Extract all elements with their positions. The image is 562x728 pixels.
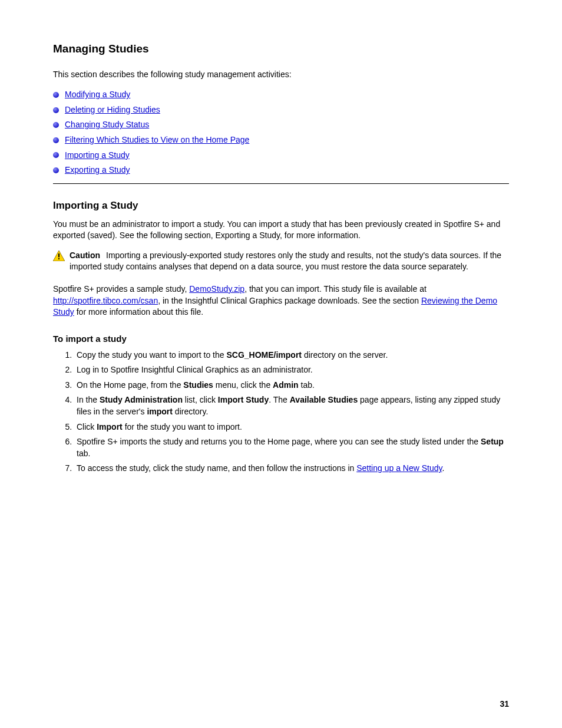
caution-block: Caution Importing a previously-exported … xyxy=(53,250,509,273)
page: Managing Studies This section describes … xyxy=(0,0,562,728)
step3-bold: Studies xyxy=(183,380,213,390)
p2-after: for more information about this file. xyxy=(74,307,203,317)
page-number: 31 xyxy=(500,699,509,710)
step6-pre: Spotfire S+ imports the study and return… xyxy=(77,437,481,446)
step3-after: tab. xyxy=(299,380,315,390)
step7-pre: To access the study, click the study nam… xyxy=(77,463,356,473)
step-5: Click Import for the study you want to i… xyxy=(74,421,509,433)
svg-rect-7 xyxy=(58,253,59,258)
caution-label: Caution xyxy=(70,251,100,260)
intro-text: This section describes the following stu… xyxy=(53,69,509,81)
link-deleting-hiding[interactable]: Deleting or Hiding Studies xyxy=(65,104,160,116)
steps-list: Copy the study you want to import to the… xyxy=(53,350,509,475)
divider xyxy=(53,183,509,184)
step5-after: for the study you want to import. xyxy=(123,422,242,431)
step-6: Spotfire S+ imports the study and return… xyxy=(74,436,509,459)
link-demostudy-zip[interactable]: DemoStudy.zip xyxy=(189,284,244,294)
step-3: On the Home page, from the Studies menu,… xyxy=(74,380,509,391)
step3-mid: menu, click the xyxy=(213,380,273,390)
svg-point-4 xyxy=(53,152,59,158)
svg-point-1 xyxy=(53,107,59,113)
caution-text: Importing a previously-exported study re… xyxy=(70,251,501,272)
subhead-importing: Importing a Study xyxy=(53,199,509,213)
step4-mid2: . The xyxy=(269,395,290,404)
step-2: Log in to Spotfire Insightful Clinical G… xyxy=(74,364,509,376)
step4-mid1: list, click xyxy=(183,395,218,404)
warning-icon xyxy=(53,251,65,261)
list-item: Importing a Study xyxy=(53,150,509,162)
bullet-icon xyxy=(53,137,59,143)
link-setting-up-study[interactable]: Setting up a New Study xyxy=(356,463,442,473)
step5-pre: Click xyxy=(77,422,97,431)
list-item: Modifying a Study xyxy=(53,89,509,101)
svg-rect-8 xyxy=(58,258,59,259)
step-1: Copy the study you want to import to the… xyxy=(74,350,509,361)
step1-bold: SCG_HOME/import xyxy=(226,350,302,360)
step4-bold2: Import Study xyxy=(218,395,269,404)
step1-pre: Copy the study you want to import to the xyxy=(77,350,226,360)
step6-after: tab. xyxy=(77,449,90,458)
list-item: Changing Study Status xyxy=(53,119,509,131)
link-list: Modifying a Study Deleting or Hiding Stu… xyxy=(53,89,509,176)
svg-point-2 xyxy=(53,122,59,128)
bullet-icon xyxy=(53,122,59,128)
caution-text-wrap: Caution Importing a previously-exported … xyxy=(70,250,509,273)
step4-pre: In the xyxy=(77,395,100,404)
svg-point-0 xyxy=(53,92,59,98)
step5-bold: Import xyxy=(97,422,123,431)
bullet-icon xyxy=(53,152,59,158)
bullet-icon xyxy=(53,167,59,173)
paragraph-2: Spotfire S+ provides a sample study, Dem… xyxy=(53,284,509,318)
paragraph-1: You must be an administrator to import a… xyxy=(53,219,509,242)
step-7: To access the study, click the study nam… xyxy=(74,463,509,475)
bullet-icon xyxy=(53,107,59,113)
link-changing-status[interactable]: Changing Study Status xyxy=(65,119,149,131)
link-csan-url[interactable]: http://spotfire.tibco.com/csan xyxy=(53,296,158,305)
subsub-to-import: To import a study xyxy=(53,332,509,345)
p2-mid2: , in the Insightful Clinical Graphics pa… xyxy=(158,296,421,305)
step4-bold4: import xyxy=(147,407,173,416)
step1-after: directory on the server. xyxy=(302,350,388,360)
list-item: Filtering Which Studies to View on the H… xyxy=(53,134,509,146)
p2-mid1: , that you can import. This study file i… xyxy=(244,284,427,294)
step6-bold: Setup xyxy=(481,437,504,446)
step4-bold: Study Administration xyxy=(100,395,183,404)
section-title: Managing Studies xyxy=(53,41,509,57)
link-filtering[interactable]: Filtering Which Studies to View on the H… xyxy=(65,134,249,146)
link-importing[interactable]: Importing a Study xyxy=(65,150,130,162)
p2-pre: Spotfire S+ provides a sample study, xyxy=(53,284,189,294)
list-item: Deleting or Hiding Studies xyxy=(53,104,509,116)
step7-after: . xyxy=(442,463,445,473)
step3-bold2: Admin xyxy=(273,380,299,390)
step4-after: directory. xyxy=(173,407,208,416)
step-4: In the Study Administration list, click … xyxy=(74,394,509,417)
svg-point-3 xyxy=(53,137,59,143)
link-exporting[interactable]: Exporting a Study xyxy=(65,164,130,176)
link-modifying-study[interactable]: Modifying a Study xyxy=(65,89,130,101)
svg-point-5 xyxy=(53,167,59,173)
step3-pre: On the Home page, from the xyxy=(77,380,183,390)
list-item: Exporting a Study xyxy=(53,164,509,176)
step4-bold3: Available Studies xyxy=(290,395,358,404)
bullet-icon xyxy=(53,92,59,98)
